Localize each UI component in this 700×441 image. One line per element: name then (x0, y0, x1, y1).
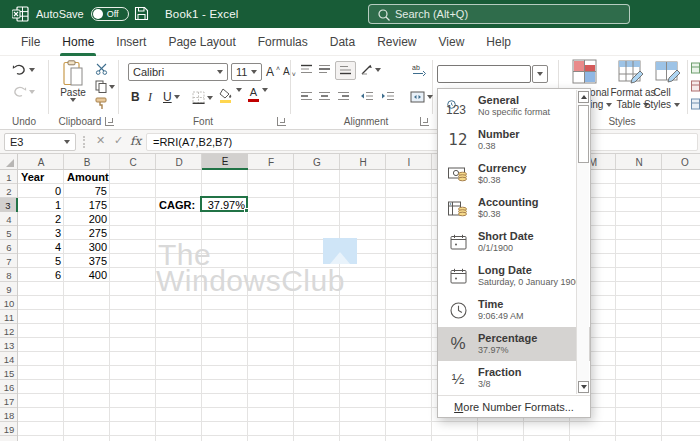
tab-page-layout[interactable]: Page Layout (157, 28, 246, 56)
column-header-E[interactable]: E (202, 154, 248, 170)
cell-B3[interactable]: 175 (64, 198, 110, 212)
align-center-button[interactable] (318, 91, 331, 102)
tab-formulas[interactable]: Formulas (247, 28, 319, 56)
number-format-dropdown-button[interactable] (532, 65, 548, 83)
borders-button[interactable] (192, 91, 213, 104)
increase-indent-button[interactable] (381, 91, 395, 102)
tab-help[interactable]: Help (475, 28, 522, 56)
row-header-14[interactable]: 14 (0, 352, 18, 366)
cell-styles-icon[interactable] (655, 59, 680, 84)
menu-item-accounting[interactable]: Accounting$0.38 (438, 191, 590, 225)
cell-B2[interactable]: 75 (64, 184, 110, 198)
column-header-H[interactable]: H (340, 154, 386, 170)
row-header-1[interactable]: 1 (0, 170, 18, 184)
font-color-button[interactable]: A (248, 87, 259, 102)
orientation-button[interactable] (360, 64, 381, 76)
row-header-17[interactable]: 17 (0, 394, 18, 408)
menu-scrollbar[interactable] (576, 90, 589, 394)
align-left-button[interactable] (300, 91, 313, 102)
undo-button[interactable] (12, 64, 35, 76)
row-header-13[interactable]: 13 (0, 338, 18, 352)
name-box-dropdown-icon[interactable] (64, 140, 70, 144)
cells-layer[interactable] (18, 170, 700, 441)
font-size-select[interactable]: 11 (231, 63, 262, 81)
number-format-combobox[interactable] (437, 65, 531, 83)
column-header-A[interactable]: A (18, 154, 64, 170)
autosave-control[interactable]: AutoSave Off (36, 0, 129, 28)
align-right-button[interactable] (337, 91, 350, 102)
row-header-8[interactable]: 8 (0, 268, 18, 282)
excel-app-icon[interactable] (12, 6, 29, 26)
column-header-O[interactable]: O (662, 154, 700, 170)
insert-function-icon[interactable]: fx (130, 134, 141, 148)
select-all-corner[interactable] (0, 154, 18, 170)
column-header-B[interactable]: B (64, 154, 110, 170)
tab-file[interactable]: File (10, 28, 51, 56)
row-header-6[interactable]: 6 (0, 240, 18, 254)
cut-button[interactable] (95, 63, 108, 75)
tab-view[interactable]: View (428, 28, 476, 56)
delete-cells-icon-partial[interactable] (691, 78, 700, 96)
paste-dropdown-icon[interactable] (70, 98, 76, 102)
fill-color-dropdown-icon[interactable] (236, 88, 242, 92)
row-header-19[interactable]: 19 (0, 422, 18, 436)
cell-B8[interactable]: 400 (64, 268, 110, 282)
row-header-7[interactable]: 7 (0, 254, 18, 268)
menu-item-general[interactable]: 123GeneralNo specific format (438, 89, 590, 123)
column-header-G[interactable]: G (294, 154, 340, 170)
cell-A6[interactable]: 4 (18, 240, 64, 254)
align-bottom-button[interactable] (335, 61, 356, 80)
menu-item-percentage[interactable]: %Percentage37.97% (438, 327, 590, 361)
row-header-3[interactable]: 3 (0, 198, 18, 212)
wrap-text-button[interactable]: ab (412, 64, 427, 76)
tab-data[interactable]: Data (319, 28, 366, 56)
save-icon[interactable] (134, 6, 149, 25)
menu-item-fraction[interactable]: ½Fraction3/8 (438, 361, 590, 395)
decrease-indent-button[interactable] (360, 91, 374, 102)
clipboard-dialog-launcher-icon[interactable] (105, 117, 114, 126)
cell-A5[interactable]: 3 (18, 226, 64, 240)
cell-B1[interactable]: Amount (64, 170, 110, 184)
align-middle-button[interactable] (318, 64, 331, 75)
column-header-N[interactable]: N (616, 154, 662, 170)
row-header-18[interactable]: 18 (0, 408, 18, 422)
copy-button[interactable] (95, 80, 115, 93)
row-header-20[interactable]: 20 (0, 436, 18, 441)
row-header-10[interactable]: 10 (0, 296, 18, 310)
search-input[interactable]: Search (Alt+Q) (368, 4, 630, 24)
scroll-up-icon[interactable] (578, 91, 589, 103)
conditional-formatting-icon[interactable] (572, 59, 597, 84)
menu-item-short-date[interactable]: Short Date0/1/1900 (438, 225, 590, 259)
tab-insert[interactable]: Insert (105, 28, 157, 56)
menu-item-number[interactable]: 12Number0.38 (438, 123, 590, 157)
tab-home[interactable]: Home (51, 28, 105, 56)
cell-B5[interactable]: 275 (64, 226, 110, 240)
tab-review[interactable]: Review (366, 28, 427, 56)
row-header-16[interactable]: 16 (0, 380, 18, 394)
column-header-C[interactable]: C (110, 154, 156, 170)
format-as-table-icon[interactable] (618, 59, 643, 84)
fill-handle[interactable] (244, 208, 249, 213)
fill-color-button[interactable] (219, 88, 232, 103)
cancel-icon[interactable]: ✕ (96, 134, 105, 147)
merge-center-button[interactable] (410, 91, 433, 103)
name-box[interactable]: E3 (4, 133, 76, 151)
column-header-F[interactable]: F (248, 154, 294, 170)
autosave-toggle[interactable]: Off (91, 7, 129, 21)
formula-input[interactable]: =RRI(A7,B2,B7) (146, 133, 698, 151)
menu-item-long-date[interactable]: Long DateSaturday, 0 January 1900 (438, 259, 590, 293)
format-painter-button[interactable] (95, 97, 108, 110)
scrollbar-thumb[interactable] (578, 105, 589, 163)
italic-button[interactable]: I (148, 90, 152, 105)
insert-cells-icon-partial[interactable] (691, 60, 700, 78)
cell-A2[interactable]: 0 (18, 184, 64, 198)
decrease-font-size-button[interactable]: A˅ (283, 65, 296, 78)
cell-A4[interactable]: 2 (18, 212, 64, 226)
cell-B4[interactable]: 200 (64, 212, 110, 226)
cell-A8[interactable]: 6 (18, 268, 64, 282)
cell-styles-button[interactable]: Cell Styles (634, 87, 690, 111)
align-top-button[interactable] (300, 64, 313, 75)
bold-button[interactable]: B (131, 90, 140, 104)
alignment-dialog-launcher-icon[interactable] (420, 117, 429, 126)
paste-button[interactable]: Paste (54, 60, 92, 116)
